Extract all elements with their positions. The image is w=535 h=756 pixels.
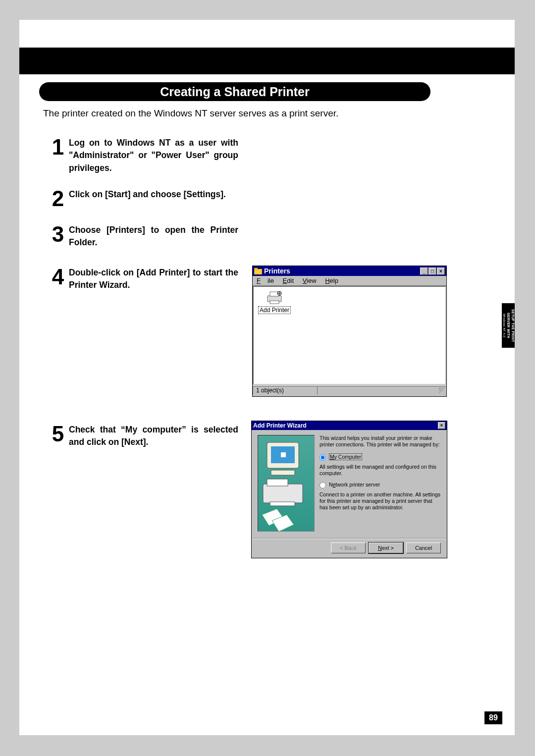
menu-edit[interactable]: Edit — [283, 277, 294, 284]
step-number: 3 — [50, 222, 65, 247]
window-titlebar: Printers _ □ × — [253, 266, 446, 276]
printers-window-screenshot: Printers _ □ × File Edit View Help — [252, 266, 447, 397]
menu-view[interactable]: View — [303, 277, 317, 284]
status-bar: 1 object(s) — [253, 385, 446, 395]
step-number: 2 — [50, 186, 65, 211]
section-title: Creating a Shared Printer — [39, 82, 430, 101]
svg-rect-12 — [263, 484, 303, 503]
add-printer-icon — [266, 290, 283, 305]
step-text: Choose [Printers] to open the Printer Fo… — [69, 224, 238, 249]
radio-network-printer-input[interactable] — [320, 482, 326, 488]
step-text: Double-click on [Add Printer] to start t… — [69, 267, 238, 292]
radio-network-printer[interactable]: Network printer server — [320, 482, 441, 488]
window-body: Add Printer — [253, 286, 446, 385]
step-5: 5 Check that “My computer” is selected a… — [50, 424, 238, 449]
svg-rect-0 — [254, 269, 262, 274]
page-number: 89 — [484, 711, 502, 724]
document-page: Creating a Shared Printer The printer cr… — [19, 20, 515, 735]
wizard-button-row: < Back Next > Cancel — [252, 538, 447, 557]
step-text: Check that “My computer” is selected and… — [69, 424, 238, 449]
cancel-button[interactable]: Cancel — [406, 542, 441, 553]
step-4: 4 Double-click on [Add Printer] to start… — [50, 267, 238, 292]
window-title: Printers — [264, 267, 420, 275]
window-title: Add Printer Wizard — [253, 422, 438, 429]
add-printer-item[interactable]: Add Printer — [257, 290, 292, 314]
radio-my-computer-input[interactable] — [320, 454, 326, 461]
svg-rect-1 — [254, 268, 258, 270]
radio-network-printer-label: Network printer server — [329, 482, 380, 487]
step-2: 2 Click on [Start] and choose [Settings]… — [50, 188, 238, 201]
status-filler — [317, 386, 446, 395]
header-black-bar — [19, 48, 515, 74]
side-tab: SETUP THE PRINT SERVER WITH Windows NT 4… — [502, 303, 515, 348]
printers-folder-icon — [254, 268, 262, 274]
menu-bar: File Edit View Help — [253, 276, 446, 286]
step-number: 5 — [50, 422, 65, 446]
close-button[interactable]: × — [437, 268, 445, 275]
maximize-button[interactable]: □ — [428, 268, 436, 275]
step-text: Log on to Windows NT as a user with "Adm… — [69, 137, 238, 174]
back-button: < Back — [331, 542, 366, 553]
step-text: Click on [Start] and choose [Settings]. — [69, 188, 238, 201]
radio-my-computer-label: My Computer — [329, 453, 362, 460]
step-1: 1 Log on to Windows NT as a user with "A… — [50, 137, 238, 174]
minimize-button[interactable]: _ — [420, 268, 428, 275]
status-text: 1 object(s) — [253, 386, 317, 395]
wizard-text-column: This wizard helps you install your print… — [320, 435, 441, 538]
add-printer-label: Add Printer — [258, 306, 291, 314]
window-titlebar: Add Printer Wizard × — [252, 421, 447, 430]
network-printer-description: Connect to a printer on another machine.… — [320, 491, 441, 511]
radio-my-computer[interactable]: My Computer — [320, 454, 441, 461]
step-number: 1 — [50, 135, 65, 160]
svg-rect-10 — [281, 452, 286, 457]
wizard-intro-text: This wizard helps you install your print… — [320, 435, 441, 448]
svg-rect-4 — [270, 301, 279, 304]
svg-rect-11 — [271, 470, 295, 475]
menu-file[interactable]: File — [257, 277, 274, 284]
step-3: 3 Choose [Printers] to open the Printer … — [50, 224, 238, 249]
side-tab-line3: Windows NT 4.0 — [503, 314, 506, 337]
add-printer-wizard-screenshot: Add Printer Wizard × This wizard helps — [251, 421, 447, 558]
intro-text: The printer created on the Windows NT se… — [43, 108, 338, 119]
side-tab-line1: SETUP THE PRINT — [511, 309, 515, 342]
close-button[interactable]: × — [438, 422, 445, 429]
step-number: 4 — [50, 265, 65, 289]
svg-rect-14 — [270, 502, 295, 506]
resize-grip-icon — [439, 387, 445, 394]
menu-help[interactable]: Help — [325, 277, 338, 284]
next-button[interactable]: Next > — [369, 542, 403, 553]
side-tab-line2: SERVER WITH — [507, 313, 510, 338]
svg-rect-13 — [267, 479, 288, 486]
my-computer-description: All settings will be managed and configu… — [320, 464, 441, 477]
wizard-illustration — [258, 435, 315, 532]
